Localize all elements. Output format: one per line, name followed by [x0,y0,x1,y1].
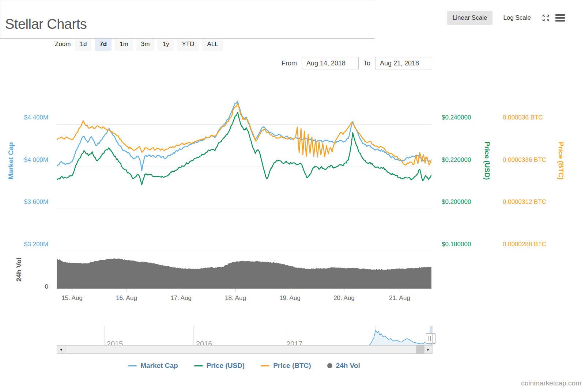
legend-label: Market Cap [140,362,178,370]
footer-credit: coinmarketcap.com [521,379,581,387]
price-usd-tick-label: $0.220000 [442,156,471,164]
legend-label: Price (BTC) [273,362,311,370]
market-cap-axis-title: Market Cap [7,142,15,179]
navigator-left-handle[interactable] [426,333,433,344]
x-axis-label: 21. Aug [389,294,410,302]
legend-line-icon [128,365,137,366]
legend-item-price-btc-[interactable]: Price (BTC) [261,362,311,370]
series-line-price-usd-[interactable] [57,112,431,185]
volume-area-plot[interactable] [57,251,431,289]
price-usd-tick-label: $0.200000 [442,198,471,206]
market-cap-tick-label: $3 200M [0,241,48,248]
chart-area: $4 400M$0.2400000.000036 BTC$4 000M$0.22… [0,0,585,362]
x-axis-tick [127,289,127,292]
legend-label: Price (USD) [207,362,245,370]
scrollbar-thumb[interactable] [416,345,424,354]
price-btc-tick-label: 0.0000336 BTC [503,156,546,164]
scrollbar-left-arrow[interactable]: ◂ [57,345,65,354]
market-cap-tick-label: $4 400M [0,114,48,121]
price-usd-tick-label: $0.180000 [442,241,471,248]
x-axis-label: 18. Aug [225,294,246,302]
x-axis-label: 19. Aug [279,294,301,302]
legend-item-price-usd-[interactable]: Price (USD) [194,362,245,370]
series-line-market-cap[interactable] [57,101,431,171]
x-axis-label: 15. Aug [61,294,83,302]
x-axis-label: 20. Aug [333,294,355,302]
price-btc-tick-label: 0.0000312 BTC [503,198,546,206]
scrollbar-right-arrow[interactable]: ▸ [424,345,433,354]
volume-area [57,258,431,289]
x-axis-label: 17. Aug [170,294,192,302]
price-btc-tick-label: 0.0000288 BTC [503,241,546,248]
scrollbar-track[interactable] [65,345,424,354]
navigator-right-handle[interactable] [433,333,435,344]
volume-left-axis-line [0,0,0,38]
x-axis-tick [181,289,181,292]
x-axis-tick [235,289,236,292]
legend-item-24h-vol[interactable]: 24h Vol [327,362,360,370]
x-axis-tick [72,289,72,292]
x-axis-tick [344,289,344,292]
legend-label: 24h Vol [336,362,360,370]
plot-top-border [0,0,375,0]
volume-zero-label: 0 [0,283,48,290]
stellar-charts-page: Stellar Charts Linear Scale Log Scale Zo… [0,0,585,392]
chart-legend: Market CapPrice (USD)Price (BTC)24h Vol [57,362,431,370]
volume-axis-title: 24h Vol [15,258,23,282]
price-lines-plot[interactable] [57,79,431,254]
navigator-top-border [0,38,375,39]
legend-line-icon [194,365,203,366]
legend-line-icon [261,365,269,366]
price-usd-axis-title: Price (USD) [483,142,491,180]
x-axis-label: 16. Aug [116,294,137,302]
price-btc-axis-title: Price (BTC) [557,142,565,179]
price-usd-tick-label: $0.240000 [442,114,471,121]
market-cap-tick-label: $3 600M [0,198,48,206]
legend-circle-icon [327,363,332,368]
legend-item-market-cap[interactable]: Market Cap [128,362,178,370]
x-axis-tick [290,289,290,292]
x-axis-tick [400,289,400,292]
price-btc-tick-label: 0.000036 BTC [503,114,543,121]
